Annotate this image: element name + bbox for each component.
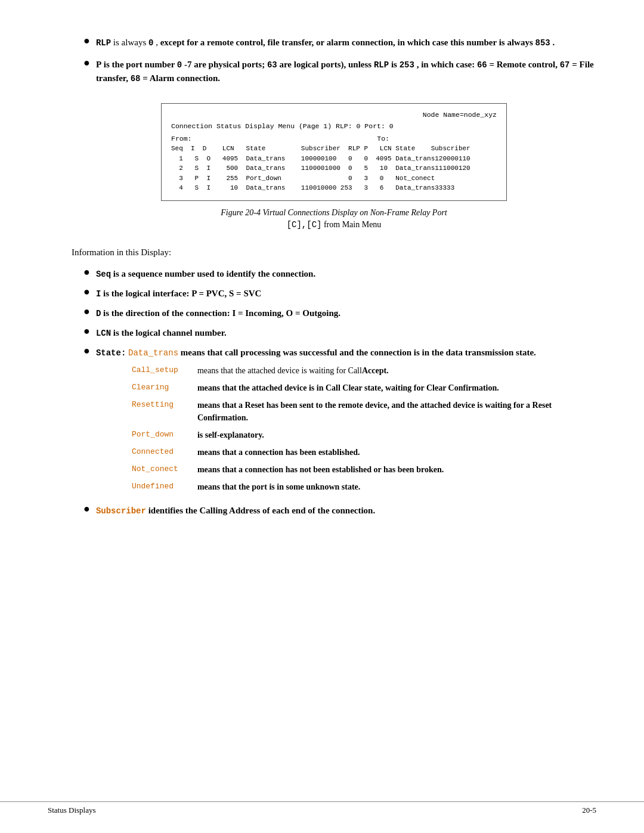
seq-term: Seq [96, 270, 111, 279]
col-headers: Seq I D LCN State Subscriber RLP P LCN S… [171, 144, 497, 154]
port-down-desc: is self-explanatory. [197, 429, 596, 441]
resetting-desc: means that a Reset has been sent to the … [197, 399, 596, 424]
not-conect-text: means that a connection has not been est… [197, 465, 444, 474]
state-item-not-conect: Not_conect means that a connection has n… [132, 463, 596, 476]
i-term: I [96, 289, 101, 299]
sub-bullet-state: ● State: Data_trans means that call proc… [72, 346, 596, 498]
state-item-resetting: Resetting means that a Reset has been se… [132, 399, 596, 424]
rlp-text3: . [552, 38, 555, 47]
state-item-clearing: Clearing means that the attached device … [132, 382, 596, 394]
resetting-term: Resetting [132, 399, 197, 411]
state-item-call-setup: Call_setup means that the attached devic… [132, 364, 596, 377]
bullet-dot-lcn: ● [83, 325, 90, 337]
p-val2: 63 [267, 60, 277, 70]
state-item-undefined: Undefined means that the port is in some… [132, 481, 596, 493]
figure-container: Node Name=node_xyz Connection Status Dis… [72, 103, 596, 230]
p-term: P [96, 60, 101, 69]
bullet-text-rlp: RLP is always 0 , except for a remote co… [96, 36, 596, 49]
sub-bullet-seq: ● Seq is a sequence number used to ident… [72, 267, 596, 281]
d-term: D [96, 309, 101, 318]
sub-bullet-text-seq: Seq is a sequence number used to identif… [96, 267, 596, 281]
state-term: State: [96, 348, 126, 358]
rlp-val2: 853 [535, 38, 550, 48]
not-conect-term: Not_conect [132, 463, 197, 475]
not-conect-desc: means that a connection has not been est… [197, 463, 596, 476]
sub-bullet-lcn: ● LCN is the logical channel number. [72, 326, 596, 340]
figure-caption-sub: [C],[C] from Main Menu [287, 220, 382, 230]
d-text: is the direction of the connection: I = … [103, 308, 340, 318]
table-row-1: 1 S O 4095 Data_trans 100000100 0 0 4095… [171, 154, 497, 164]
table-row-2: 2 S I 500 Data_trans 1100001000 0 5 10 D… [171, 163, 497, 174]
footer-left: Status Displays [48, 806, 96, 815]
resetting-text: means that a Reset has been sent to the … [197, 401, 552, 422]
clearing-desc: means that the attached device is in Cal… [197, 382, 596, 394]
port-down-term: Port_down [132, 429, 197, 441]
p-text5: , in which case: [417, 60, 475, 69]
port-down-text: is self-explanatory. [197, 431, 264, 439]
call-setup-bold: Accept. [362, 366, 389, 375]
subscriber-term: Subscriber [96, 506, 146, 516]
bullet-dot-p: ● [83, 57, 90, 69]
terminal-title: Connection Status Display Menu (Page 1) … [171, 122, 497, 130]
state-data-trans: Data_trans [128, 348, 178, 358]
rlp-val1: 0 [148, 38, 153, 48]
figure-caption: Figure 20-4 Virtual Connections Display … [221, 208, 447, 218]
p-val5: 67 [560, 60, 570, 70]
footer: Status Displays 20-5 [0, 801, 644, 815]
bullet-dot-subscriber: ● [83, 503, 90, 515]
from-label: From: [171, 135, 192, 143]
state-sub-items: Call_setup means that the attached devic… [132, 364, 596, 493]
rlp-term: RLP [96, 38, 111, 48]
bullet-text-p: P is the port number 0 -7 are physical p… [96, 58, 596, 85]
bullet-dot-rlp: ● [83, 35, 90, 47]
p-val4: 66 [477, 60, 487, 70]
call-setup-desc: means that the attached device is waitin… [197, 364, 596, 377]
sub-bullet-text-i: I is the logical interface: P = PVC, S =… [96, 287, 596, 301]
p-text2: -7 are physical ports; [184, 60, 267, 69]
undefined-text: means that the port is in some unknown s… [197, 482, 360, 491]
info-section: Information in this Display: ● Seq is a … [72, 247, 596, 518]
bullet-dot-d: ● [83, 305, 90, 318]
rlp-text2: , except for a remote control, file tran… [156, 38, 533, 47]
clearing-term: Clearing [132, 382, 197, 394]
p-val3: 253 [400, 60, 414, 70]
call-setup-term: Call_setup [132, 364, 197, 376]
p-term2: RLP [374, 60, 389, 70]
sub-bullet-text-lcn: LCN is the logical channel number. [96, 326, 596, 340]
rlp-text1: is always [113, 38, 148, 47]
seq-text: is a sequence number used to identify th… [113, 269, 315, 278]
bullet-section-rlp: ● RLP is always 0 , except for a remote … [72, 36, 596, 85]
state-text: means that call processing was successfu… [181, 348, 536, 357]
to-label: To: [377, 135, 389, 143]
table-row-3: 3 P I 255 Port_down 0 3 0 Not_conect [171, 174, 497, 184]
p-text1: is the port number [104, 60, 177, 69]
lcn-term: LCN [96, 329, 111, 338]
connected-text: means that a connection has been establi… [197, 448, 360, 457]
p-text8: = Alarm connection. [143, 73, 220, 83]
sub-bullet-d: ● D is the direction of the connection: … [72, 306, 596, 320]
sub-bullet-i: ● I is the logical interface: P = PVC, S… [72, 287, 596, 301]
caption-sub-mono: [C],[C] [287, 220, 322, 230]
subscriber-text: identifies the Calling Address of each e… [148, 506, 376, 515]
table-row-4: 4 S I 10 Data_trans 110010000 253 3 6 Da… [171, 183, 497, 193]
connected-term: Connected [132, 446, 197, 458]
p-text3: are logical ports), unless [279, 60, 371, 69]
state-item-connected: Connected means that a connection has be… [132, 446, 596, 459]
bullet-dot-i: ● [83, 286, 90, 298]
bullet-item-rlp: ● RLP is always 0 , except for a remote … [72, 36, 596, 49]
sub-bullet-subscriber: ● Subscriber identifies the Calling Addr… [72, 504, 596, 518]
i-text: is the logical interface: P = PVC, S = S… [103, 289, 261, 298]
bullet-dot-seq: ● [83, 266, 90, 278]
bullet-item-p: ● P is the port number 0 -7 are physical… [72, 58, 596, 85]
sub-bullet-text-d: D is the direction of the connection: I … [96, 306, 596, 320]
call-setup-text: means that the attached device is waitin… [197, 366, 362, 375]
p-val6: 68 [131, 74, 141, 83]
info-intro: Information in this Display: [72, 247, 596, 258]
footer-right: 20-5 [582, 806, 596, 815]
bullet-dot-state: ● [83, 345, 90, 357]
state-item-port-down: Port_down is self-explanatory. [132, 429, 596, 441]
terminal-box: Node Name=node_xyz Connection Status Dis… [161, 103, 507, 201]
connected-desc: means that a connection has been establi… [197, 446, 596, 459]
undefined-desc: means that the port is in some unknown s… [197, 481, 596, 493]
terminal-node-name: Node Name=node_xyz [171, 111, 497, 119]
